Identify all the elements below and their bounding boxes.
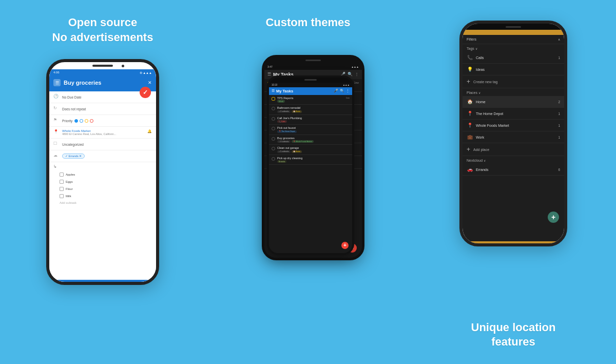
errands-label: Errands bbox=[476, 168, 558, 171]
filters-label: Filters bbox=[467, 37, 476, 41]
phone2-front-title: My Tasks bbox=[276, 89, 332, 93]
phone-2-front: 10:10 ▲▲▲ ☰ My Tasks 🎤 🔍 ⋮ TPS Reports W… bbox=[267, 75, 354, 255]
places-chevron: ∨ bbox=[478, 91, 480, 94]
front-chip-depot: 📍 The Home Depot bbox=[277, 130, 297, 133]
home-depot-icon: 📍 bbox=[467, 110, 473, 117]
add-place-plus-icon: + bbox=[467, 146, 470, 153]
whole-foods-count: 1 bbox=[558, 124, 560, 127]
phone2-front-time: 10:10 bbox=[272, 84, 277, 86]
phone1-time: 4:06 bbox=[53, 71, 60, 74]
subtask-label-apples: Apples bbox=[66, 173, 75, 176]
phone3-item-work: 💼 Work 1 bbox=[463, 131, 564, 143]
phone1-row-repeat: ↻ Does not repeat bbox=[49, 103, 156, 115]
subtask-icon: ↳ bbox=[53, 164, 57, 169]
front-search-icon: 🔍 bbox=[340, 89, 344, 93]
front-task-name-plumbing: Call Joe's Plumbing bbox=[277, 117, 302, 120]
home-depot-label: The Home Depot bbox=[476, 112, 558, 116]
repeat-icon: ↻ bbox=[53, 106, 60, 112]
subtask-checkbox-flour bbox=[60, 187, 64, 191]
subtask-checkbox-eggs bbox=[60, 180, 64, 184]
subtask-eggs: Eggs bbox=[49, 178, 156, 185]
home-location-count: 2 bbox=[558, 100, 560, 104]
priority-dot-3 bbox=[85, 119, 88, 123]
subtask-flour: Flour bbox=[49, 185, 156, 193]
work-location-count: 1 bbox=[558, 136, 560, 139]
phone3-bottom-bar bbox=[463, 241, 564, 243]
phone3-item-home: 🏠 Home 2 bbox=[463, 96, 564, 108]
phone3-item-add-place[interactable]: + Add place bbox=[463, 143, 564, 156]
phone1-content: 4:06 ⚙ ▲▲▲ ☰ Buy groceries ✕ ✓ 🕐 No Due … bbox=[49, 69, 156, 285]
front-chip-errands-drycleaning: Errands bbox=[277, 160, 286, 163]
subtask-label-flour: Flour bbox=[66, 187, 73, 190]
priority-label: Priority bbox=[62, 119, 72, 123]
category-label: Uncategorized bbox=[62, 143, 84, 146]
phone3-item-create-tag[interactable]: + Create new tag bbox=[463, 75, 564, 88]
front-chip-work: Work bbox=[277, 100, 285, 103]
phone1-row-tags: ☁ ✓ Errands ✕ bbox=[49, 150, 156, 162]
calls-label: Calls bbox=[476, 56, 558, 60]
front-chip-sub-bathroom: + 2 subtasks bbox=[277, 110, 291, 113]
front-task-bathroom: Bathroom remodel + 2 subtasks🏠 Home bbox=[269, 105, 352, 115]
front-checkbox-bathroom bbox=[272, 107, 275, 110]
search-icon: 🔍 bbox=[348, 72, 353, 76]
front-fab[interactable]: + bbox=[341, 242, 349, 249]
home-depot-count: 1 bbox=[558, 112, 560, 116]
category-icon: ☐ bbox=[53, 141, 60, 147]
phone3-item-home-depot: 📍 The Home Depot 1 bbox=[463, 108, 564, 120]
phone2-front-speaker bbox=[304, 79, 317, 81]
front-tps-badge: 1nw bbox=[346, 97, 350, 99]
front-hamburger-icon: ☰ bbox=[272, 89, 275, 93]
priority-dot-4 bbox=[90, 119, 93, 123]
subtask-milk: Milk bbox=[49, 193, 156, 200]
tags-chevron: ∨ bbox=[475, 47, 477, 50]
subtask-apples: Apples bbox=[49, 171, 156, 178]
front-task-groceries: Buy groceries + 4 subtasks📍 Whole Foods … bbox=[269, 135, 352, 145]
front-chip-calls: 📞 Calls bbox=[277, 120, 287, 123]
front-chip-sub-garage: + 5 subtasks bbox=[277, 150, 291, 153]
whole-foods-label: Whole Foods Market bbox=[476, 124, 558, 127]
front-checkbox-faucet bbox=[272, 127, 275, 130]
phone-3: Filters ∧ Tags ∨ 📞 Calls 1 💡 Ideas + Cre… bbox=[459, 21, 567, 246]
phone3-content: Filters ∧ Tags ∨ 📞 Calls 1 💡 Ideas + Cre… bbox=[463, 30, 564, 243]
errands-tag: ✓ Errands ✕ bbox=[62, 154, 85, 159]
home-location-icon: 🏠 bbox=[467, 99, 473, 105]
nextcloud-label: Nextcloud bbox=[467, 159, 483, 162]
phone1-icons: ⚙ ▲▲▲ bbox=[140, 71, 152, 74]
ideas-icon: 💡 bbox=[467, 66, 473, 72]
front-checkbox-drycleaning bbox=[272, 157, 275, 161]
front-task-plumbing: Call Joe's Plumbing 📞 Calls bbox=[269, 115, 352, 125]
phone-speaker bbox=[92, 65, 113, 67]
create-tag-plus-icon: + bbox=[467, 78, 470, 85]
phone2-front-header: ☰ My Tasks 🎤 🔍 ⋮ bbox=[269, 87, 352, 95]
no-due-date-label: No Due Date bbox=[62, 95, 82, 99]
phone1-statusbar: 4:06 ⚙ ▲▲▲ bbox=[49, 69, 156, 76]
front-more-icon: ⋮ bbox=[346, 89, 350, 93]
cloud-icon: ☁ bbox=[53, 153, 60, 159]
phone3-item-ideas: 💡 Ideas bbox=[463, 64, 564, 75]
phone1-row-priority: ⚑ Priority bbox=[49, 115, 156, 127]
places-label: Places bbox=[467, 91, 477, 94]
front-chip-wfm: 📍 Whole Foods Market bbox=[292, 140, 314, 143]
front-checkbox-plumbing bbox=[272, 117, 275, 121]
priority-dot-2 bbox=[80, 119, 83, 123]
phones-2-container: 3:47 ▲▲▲ ☰ My Tasks 🎤 🔍 ⋮ TPS Reports bbox=[236, 45, 380, 271]
subtask-section-header: ↳ bbox=[49, 162, 156, 171]
tps-badge: 1nw bbox=[354, 81, 359, 84]
front-task-name-drycleaning: Pick up dry cleaning bbox=[277, 157, 302, 160]
phone2-back-speaker bbox=[305, 60, 321, 61]
priority-dot-1 bbox=[74, 119, 78, 123]
phone1-row-location: 📍 Whole Foods Market 4800 El Camino Real… bbox=[49, 127, 156, 139]
home-location-label: Home bbox=[476, 100, 558, 104]
clock-icon: 🕐 bbox=[53, 94, 60, 100]
hamburger-icon: ☰ bbox=[267, 72, 271, 76]
subtask-label-eggs: Eggs bbox=[66, 180, 73, 183]
location-icon: 📍 bbox=[53, 129, 60, 136]
phone3-fab[interactable]: + bbox=[548, 212, 559, 223]
whole-foods-icon: 📍 bbox=[467, 122, 473, 128]
more-icon: ⋮ bbox=[355, 72, 359, 76]
location-bell-icon: 🔔 bbox=[147, 129, 152, 133]
panel-open-source: Open sourceNo advertisements 4:06 ⚙ ▲▲▲ … bbox=[0, 0, 205, 364]
phone1-task-title: Buy groceries bbox=[64, 80, 148, 86]
add-subtask-button[interactable]: Add subtask bbox=[49, 200, 156, 206]
front-checkbox-tps bbox=[272, 97, 275, 101]
